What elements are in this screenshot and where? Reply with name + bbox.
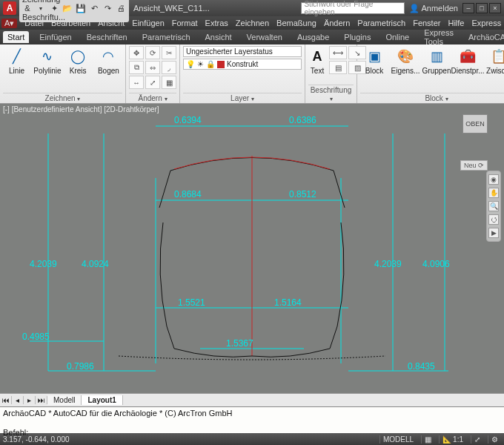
status-coords: 3.157, -0.644, 0.000 [3,435,70,444]
dim-top-left: 0.6394 [174,115,202,125]
dim-mid-right: 0.8512 [289,189,316,200]
help-search-input[interactable]: Stichwort oder Frage eingeben [301,2,405,14]
menu-ansicht[interactable]: Ansicht [98,19,125,27]
status-annoscale-icon[interactable]: ⤢ [471,435,483,444]
copy-icon[interactable]: ⧉ [129,61,144,74]
tab-parametrisch[interactable]: Parametrisch [138,31,195,43]
rotate-icon[interactable]: ⟳ [145,46,160,59]
tab-archaeocad[interactable]: ArchäoCAD [464,31,504,43]
text-icon: A [308,47,326,65]
dim-h-outer-left: 4.2039 [30,259,57,269]
tab-start[interactable]: Start [3,31,29,43]
tab-beschriften[interactable]: Beschriften [82,31,132,43]
tool-properties[interactable]: 🎨Eigens... [391,46,420,75]
tool-utilities[interactable]: 🧰Dienstpr... [454,46,482,75]
arc-icon: ◠ [99,47,117,65]
stretch-icon[interactable]: ↔ [129,76,144,89]
panel-zeichnen: ╱Linie ∿Polylinie ◯Kreis ◠Bogen Zeichnen… [0,44,126,103]
minimize-button[interactable]: – [462,3,474,13]
menu-aendern[interactable]: Ändern [324,19,350,27]
maximize-button[interactable]: □ [476,3,488,13]
tab-plugins[interactable]: Plugins [339,31,375,43]
dim-bl1: 0.4985 [22,332,50,342]
scale-icon[interactable]: ⤢ [145,76,160,89]
status-grid-icon[interactable]: ▦ [421,435,434,444]
fillet-icon[interactable]: ◞ [162,61,176,74]
menu-format[interactable]: Format [172,19,198,27]
polyline-icon: ∿ [39,47,56,65]
utilities-icon: 🧰 [459,47,477,65]
tab-verwalten[interactable]: Verwalten [242,31,287,43]
app-logo[interactable]: A [3,1,16,15]
save-icon[interactable]: 💾 [76,4,86,13]
clipboard-icon: 📋 [490,47,504,65]
status-model-toggle[interactable]: MODELL [379,435,417,444]
login-button[interactable]: 👤Anmelden [409,4,458,13]
menu-bemassung[interactable]: Bemaßung [276,19,316,27]
drawing-viewport[interactable]: [-] [Benutzerdefinierte Ansicht] [2D-Dra… [0,104,504,393]
menu-bearbeiten[interactable]: Bearbeiten [51,19,90,27]
title-bar: A Zeichnung & Beschriftu...▾ ✦ 📂 💾 ↶ ↷ 🖨… [0,0,504,16]
new-icon[interactable]: ✦ [49,4,59,13]
dim-low-right: 1.5164 [274,297,302,308]
tab-ansicht[interactable]: Ansicht [201,31,236,43]
dim-low-left: 1.5521 [178,297,205,308]
menu-datei[interactable]: Datei [24,19,44,27]
tool-text[interactable]: AText [308,46,326,75]
chevron-down-icon[interactable]: ▾ [36,5,46,12]
lightbulb-icon: 💡 [186,60,195,68]
app-menu-button[interactable]: A▾ [1,19,17,28]
tool-clipboard[interactable]: 📋Zwisc... [485,46,504,75]
sheet-nav-prev[interactable]: ◂ [12,396,24,404]
ribbon-tab-bar: Start Einfügen Beschriften Parametrisch … [0,30,504,44]
tool-block[interactable]: ▣Block [360,46,388,75]
menu-express[interactable]: Express [471,19,501,27]
panel-beschriftung: AText ⟷↘ ▤▨ Beschriftung ▾ [305,44,357,103]
print-icon[interactable]: 🖨 [116,4,126,13]
block-icon: ▣ [365,47,383,65]
dim-h-inner-right: 4.2039 [374,259,402,269]
move-icon[interactable]: ✥ [129,46,144,59]
sheet-nav-next[interactable]: ▸ [24,396,36,404]
lock-icon: 🔒 [206,60,215,68]
tool-linie[interactable]: ╱Linie [3,46,30,75]
sheet-nav-last[interactable]: ⏭ [36,396,47,404]
menu-zeichnen[interactable]: Zeichnen [236,19,269,27]
menu-parametrisch[interactable]: Parametrisch [357,19,405,27]
table-icon[interactable]: ▤ [329,61,347,74]
panel-layer: Ungesicherter Layerstatus 💡☀🔒 Konstrukt … [180,44,305,103]
tab-einfuegen[interactable]: Einfügen [35,31,76,43]
trim-icon[interactable]: ✂ [162,46,176,59]
dim-bot-small: 1.5367 [226,338,253,349]
sheet-tab-modell[interactable]: Modell [47,395,82,405]
tab-online[interactable]: Online [381,31,414,43]
modify-tools-grid: ✥⟳✂ ⧉⇔◞ ↔⤢▦ [129,46,176,89]
menu-einfuegen[interactable]: Einfügen [132,19,164,27]
ribbon: ╱Linie ∿Polylinie ◯Kreis ◠Bogen Zeichnen… [0,44,504,104]
sheet-tab-layout1[interactable]: Layout1 [82,395,122,405]
tool-kreis[interactable]: ◯Kreis [64,46,92,75]
menu-extras[interactable]: Extras [205,19,228,27]
properties-icon: 🎨 [397,47,414,65]
undo-icon[interactable]: ↶ [89,4,99,13]
tab-ausgabe[interactable]: Ausgabe [293,31,334,43]
tool-polylinie[interactable]: ∿Polylinie [33,46,61,75]
command-window[interactable]: ArchäoCAD * AutoCAD für die Archäologie … [0,406,504,433]
tool-bogen[interactable]: ◠Bogen [95,46,122,75]
sheet-nav-first[interactable]: ⏮ [0,396,12,404]
redo-icon[interactable]: ↷ [102,4,113,13]
open-icon[interactable]: 📂 [62,4,73,13]
tool-groups[interactable]: ▥Gruppen [422,46,451,75]
panel-aendern: ✥⟳✂ ⧉⇔◞ ↔⤢▦ Ändern ▾ [126,44,180,103]
dimension-icon[interactable]: ⟷ [329,46,347,59]
user-icon: 👤 [409,4,420,13]
layer-current-dropdown[interactable]: 💡☀🔒 Konstrukt [183,59,302,70]
layer-color-swatch [217,61,225,68]
status-gear-icon[interactable]: ⚙ [488,435,501,444]
status-scale[interactable]: 📐 1:1 [439,435,466,444]
array-icon[interactable]: ▦ [162,76,176,89]
document-title: Ansicht_WKE_C11... [133,4,210,13]
layer-state-dropdown[interactable]: Ungesicherter Layerstatus [183,46,302,57]
mirror-icon[interactable]: ⇔ [145,61,160,74]
close-button[interactable]: × [489,3,501,13]
